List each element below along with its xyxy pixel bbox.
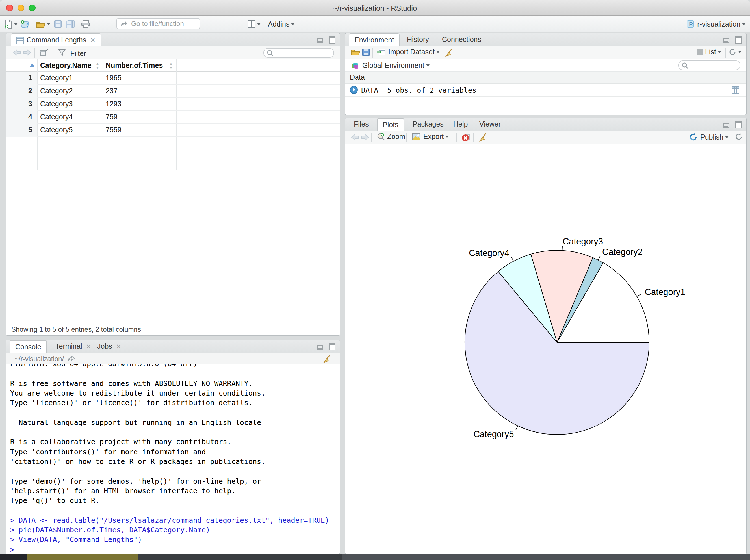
global-environment-icon [351,61,359,69]
maximize-pane-icon[interactable] [735,36,742,43]
pane-layout-icon[interactable] [248,20,255,28]
console-tab-label: Console [15,341,41,354]
import-dataset-caret-icon [436,51,440,53]
next-plot-icon[interactable] [361,134,369,141]
console-output-line [10,505,340,515]
tab-history[interactable]: History [402,33,434,46]
tab-console[interactable]: Console [9,340,47,354]
load-workspace-icon[interactable] [351,48,360,55]
tab-packages[interactable]: Packages [408,118,449,131]
tab-environment[interactable]: Environment [349,33,400,47]
console-tabbar: Console Terminal✕ Jobs✕ [6,340,340,353]
goto-directory-icon[interactable] [67,356,75,362]
working-directory: ~/r-visualization/ [15,355,64,362]
console-output[interactable]: Platform: x86_64-apple-darwin15.6.0 (64-… [6,364,340,554]
addins-button[interactable]: Addins [268,16,294,32]
environment-entry-row[interactable]: DATA 5 obs. of 2 variables [345,84,746,97]
data-section-label: Data [350,74,365,81]
remove-plot-icon[interactable] [462,133,470,142]
console-lines: Platform: x86_64-apple-darwin15.6.0 (64-… [10,364,340,554]
save-icon[interactable] [54,20,62,28]
project-menu-button[interactable]: R r-visualization [686,16,746,32]
refresh-environment-button[interactable] [729,48,742,56]
tab-terminal[interactable]: Terminal✕ [50,340,96,353]
close-tab-icon[interactable]: ✕ [90,34,95,47]
maximize-pane-icon[interactable] [735,121,742,128]
environment-tab-label: Environment [354,34,394,47]
table-row: 5Category57559 [6,124,340,137]
tab-files[interactable]: Files [349,118,374,131]
new-file-caret-icon[interactable] [14,23,18,25]
category-name-cell: Category2 [40,85,73,98]
pie-label-tick [512,257,514,261]
environment-pane: Environment History Connections Import D… [345,33,747,115]
tab-plots[interactable]: Plots [377,118,404,132]
tab-help[interactable]: Help [448,118,473,131]
forward-icon[interactable] [23,49,31,56]
tab-command-lengths[interactable]: Command Lengths ✕ [11,33,101,47]
minimize-pane-icon[interactable] [724,121,731,128]
new-project-icon[interactable]: R [20,20,30,28]
refresh-icon [729,48,736,56]
publish-icon [689,133,697,141]
environment-search[interactable] [678,60,741,70]
filter-label: Filter [71,50,86,58]
scope-caret-icon[interactable] [426,64,430,66]
previous-plot-icon[interactable] [351,134,359,141]
data-viewer-search[interactable] [263,48,334,58]
list-icon [696,49,703,55]
sort-arrows-icon[interactable]: ▲▼ [96,62,99,69]
back-icon[interactable] [13,49,21,56]
clear-environment-icon[interactable] [445,48,453,57]
console-pane: Console Terminal✕ Jobs✕ ~/r-visualizatio… [6,340,340,554]
table-row: 1Category11965 [6,72,340,85]
pie-label-tick [562,246,562,250]
global-environment-label[interactable]: Global Environment [362,61,425,69]
view-table-icon[interactable] [732,86,739,94]
filter-button[interactable]: Filter [58,48,86,58]
open-recent-caret-icon[interactable] [47,23,50,25]
maximize-pane-icon[interactable] [329,36,335,43]
clear-console-icon[interactable] [323,354,331,363]
close-tab-icon[interactable]: ✕ [116,340,121,353]
svg-text:R: R [689,21,693,27]
new-file-icon[interactable] [4,20,13,28]
tab-connections[interactable]: Connections [437,33,486,46]
open-file-icon[interactable] [36,21,45,27]
pie-label-tick [598,256,600,260]
list-view-button[interactable]: List [696,48,721,56]
table-row: 2Category2237 [6,85,340,98]
column-header-times[interactable]: Number.of.Times [106,59,163,72]
save-workspace-icon[interactable] [362,48,370,56]
close-tab-icon[interactable]: ✕ [86,340,91,353]
tab-jobs[interactable]: Jobs✕ [92,340,126,353]
print-icon[interactable] [81,20,90,28]
column-header-name[interactable]: Category.Name [40,59,92,72]
expand-object-icon[interactable] [350,86,358,94]
console-output-line: Type 'license()' or 'licence()' for dist… [10,398,340,408]
refresh-plot-icon[interactable] [735,133,743,141]
table-row: 4Category4759 [6,111,340,124]
pane-layout-caret-icon[interactable] [257,23,260,25]
number-of-times-cell: 237 [106,85,118,98]
zoom-plot-button[interactable]: Zoom [377,133,405,141]
pie-label-tick [516,426,518,430]
show-in-new-window-icon[interactable] [40,48,48,56]
minimize-pane-icon[interactable] [317,343,324,351]
maximize-pane-icon[interactable] [329,343,335,351]
category-name-cell: Category4 [40,111,73,124]
minimize-pane-icon[interactable] [724,36,731,43]
export-plot-button[interactable]: Export [412,133,449,141]
sort-ascending-icon[interactable] [30,63,35,67]
sort-arrows-icon[interactable]: ▲▼ [169,62,173,69]
import-dataset-button[interactable]: Import Dataset [377,48,440,56]
tab-viewer[interactable]: Viewer [474,118,506,131]
save-all-icon[interactable] [65,20,75,28]
minimize-pane-icon[interactable] [317,36,324,43]
publish-label: Publish [700,133,724,141]
publish-button[interactable]: Publish [689,133,729,141]
goto-file-box[interactable]: Go to file/function [116,18,200,29]
console-output-line: 'citation()' on how to cite R or R packa… [10,457,340,466]
clear-all-plots-icon[interactable] [479,133,487,142]
console-input-line: > View(DATA, "Command Lengths") [10,535,340,545]
